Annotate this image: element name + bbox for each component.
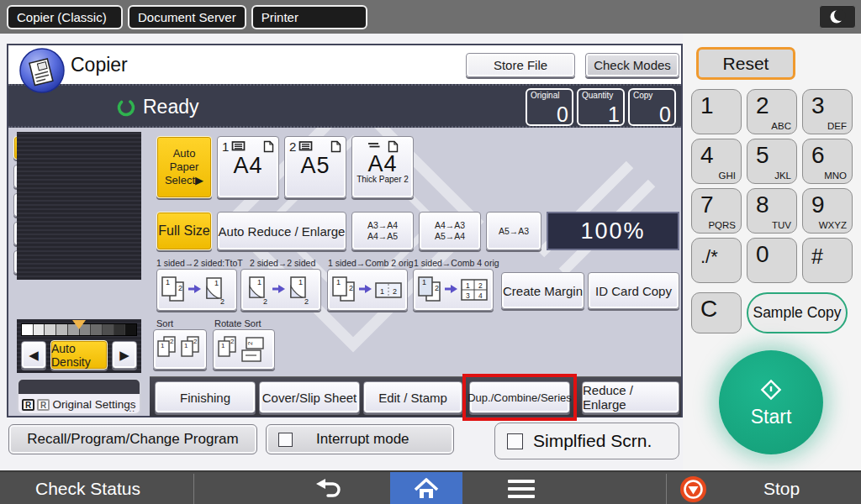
back-button[interactable]: [313, 475, 343, 502]
auto-paper-line1: Auto Paper: [157, 147, 211, 174]
one-sided-to-two-sided-button[interactable]: 2 1 1 2: [156, 269, 237, 311]
svg-text:1: 1: [161, 342, 165, 349]
preset-line: A5→A4: [435, 231, 465, 242]
auto-paper-select-button[interactable]: Auto Paper Select▶: [156, 136, 212, 198]
key-3[interactable]: 3DEF: [802, 89, 853, 134]
svg-text:2: 2: [230, 338, 235, 345]
svg-text:1: 1: [184, 342, 188, 349]
ratio-preset-a3a4-button[interactable]: A3→A4 A4→A5: [351, 212, 414, 250]
clear-key[interactable]: C: [691, 292, 742, 333]
key-7[interactable]: 7PQRS: [691, 188, 742, 234]
id-card-copy-button[interactable]: ID Card Copy: [588, 272, 679, 309]
duplex-option-label: 1 sided→2 sided:TtoT: [156, 258, 243, 268]
density-marker[interactable]: [72, 320, 86, 329]
cover-slip-sheet-tab[interactable]: Cover/Slip Sheet: [259, 381, 360, 413]
interrupt-checkbox[interactable]: [278, 433, 293, 447]
menu-bar: [508, 480, 535, 483]
stop-button[interactable]: [679, 475, 707, 503]
menu-button[interactable]: [508, 480, 535, 498]
quantity-counter: Quantity 1: [577, 88, 625, 126]
density-darker-button[interactable]: ▶: [112, 341, 137, 369]
create-margin-button[interactable]: Create Margin: [501, 272, 584, 309]
energy-saver-button[interactable]: [819, 5, 856, 29]
key-9[interactable]: 9WXYZ: [802, 188, 853, 234]
edit-stamp-tab[interactable]: Edit / Stamp: [363, 381, 462, 413]
dup-combine-series-tab[interactable]: Dup./Combine/Series: [469, 381, 570, 413]
svg-text:1: 1: [336, 278, 341, 286]
auto-paper-line2: Select▶: [165, 174, 203, 187]
svg-text:2: 2: [304, 297, 309, 306]
current-ratio-display: 100%: [547, 212, 679, 250]
svg-text:4: 4: [478, 291, 483, 300]
key-hash[interactable]: #: [802, 238, 853, 283]
copy-counter: Copy 0: [628, 88, 676, 126]
simplified-screen-button[interactable]: Simplfied Scrn.: [494, 423, 679, 459]
recall-program-button[interactable]: Recall/Program/Change Program: [8, 424, 257, 454]
one-to-two-sided-icon: 2 1 1 2: [159, 272, 235, 307]
two-sided-to-two-sided-button[interactable]: 1 2 1 2: [240, 269, 321, 311]
one-sided-combine-two-button[interactable]: 2 1 1 2: [327, 269, 408, 311]
sort-option-label: Sort: [156, 318, 173, 328]
check-status-button[interactable]: Check Status: [35, 479, 140, 499]
sort-button[interactable]: 2 1 2 1: [153, 329, 207, 370]
ready-ring-icon: [116, 97, 136, 118]
store-file-button[interactable]: Store File: [466, 53, 575, 77]
duplex-option-label: 1 sided→Comb 2 orig: [328, 258, 414, 268]
tray-paper-size: A4: [367, 153, 397, 175]
counter-label: Copy: [633, 91, 671, 100]
tray-2-a5-button[interactable]: 2 A5: [284, 136, 346, 198]
reduce-enlarge-tab[interactable]: Reduce / Enlarge: [582, 381, 679, 413]
svg-text:2: 2: [246, 341, 254, 345]
svg-text:2: 2: [349, 284, 353, 292]
key-6[interactable]: 6MNO: [802, 139, 853, 184]
finishing-tab[interactable]: Finishing: [155, 381, 256, 413]
key-8[interactable]: 8TUV: [747, 188, 797, 234]
density-lighter-button[interactable]: ◀: [21, 341, 46, 369]
rotate-sort-button[interactable]: 2 1 2: [213, 329, 275, 370]
back-arrow-icon: [314, 476, 342, 501]
original-type-panel: [17, 132, 141, 280]
key-1[interactable]: 1: [691, 89, 742, 134]
counter-value: 1: [582, 105, 620, 123]
svg-text:1: 1: [298, 278, 303, 286]
home-button[interactable]: [390, 472, 462, 504]
page-title: Copier: [71, 54, 128, 76]
auto-reduce-enlarge-button[interactable]: Auto Reduce / Enlarge: [217, 212, 346, 250]
sample-copy-button[interactable]: Sample Copy: [747, 292, 848, 333]
svg-text:1: 1: [257, 278, 261, 286]
status-text: Ready: [143, 96, 198, 118]
reset-button[interactable]: Reset: [696, 47, 795, 80]
tab-copier-classic[interactable]: Copier (Classic): [7, 5, 123, 29]
tab-printer[interactable]: Printer: [251, 5, 367, 29]
interrupt-mode-button[interactable]: Interrupt mode: [266, 424, 454, 454]
original-r-mirror-icon: R: [37, 399, 50, 411]
svg-text:2: 2: [263, 297, 267, 306]
key-4[interactable]: 4GHI: [691, 139, 742, 184]
preset-line: A3→A4: [367, 220, 398, 231]
ratio-preset-a5a3-button[interactable]: A5→A3: [486, 212, 541, 250]
svg-text:1: 1: [466, 281, 470, 290]
key-2[interactable]: 2ABC: [747, 89, 797, 134]
bypass-tray-a4-thick-button[interactable]: A4 Thick Paper 2: [351, 136, 414, 198]
counter-value: 0: [633, 105, 671, 123]
check-modes-button[interactable]: Check Modes: [585, 53, 679, 77]
simplified-checkbox[interactable]: [507, 433, 523, 449]
two-to-two-sided-icon: 1 2 1 2: [243, 272, 319, 307]
key-0[interactable]: 0: [747, 238, 797, 283]
tray-paper-size: A5: [300, 153, 330, 178]
combine-two-icon: 2 1 1 2: [330, 272, 405, 307]
key-dot-star[interactable]: ./*: [691, 238, 742, 283]
key-5[interactable]: 5JKL: [747, 139, 797, 184]
combine-four-icon: 2 1 1 2 3 4: [415, 272, 491, 307]
home-icon: [412, 475, 441, 502]
start-button[interactable]: Start: [719, 350, 823, 454]
svg-text:2: 2: [193, 338, 198, 345]
one-sided-combine-four-button[interactable]: 2 1 1 2 3 4: [413, 269, 494, 311]
original-counter: Original 0: [526, 88, 573, 126]
tab-document-server[interactable]: Document Server: [128, 5, 246, 29]
full-size-button[interactable]: Full Size: [156, 212, 212, 250]
tray-1-a4-button[interactable]: 1 A4: [217, 136, 279, 198]
original-settings-button[interactable]: R R Original Settings ...: [17, 378, 141, 415]
auto-density-button[interactable]: Auto Density: [50, 340, 108, 370]
ratio-preset-a4a3-button[interactable]: A4→A3 A5→A4: [419, 212, 481, 250]
